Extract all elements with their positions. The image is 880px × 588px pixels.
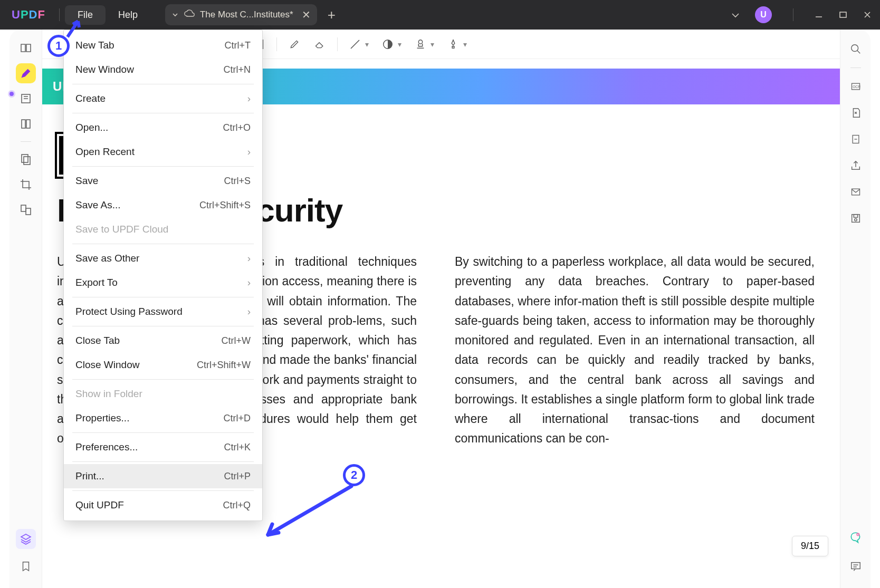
menu-separator — [72, 84, 254, 84]
file-menu: New TabCtrl+T New WindowCtrl+N Create› O… — [63, 30, 263, 521]
menu-new-tab[interactable]: New TabCtrl+T — [64, 33, 262, 57]
menu-separator — [72, 244, 254, 244]
user-avatar[interactable]: U — [755, 6, 772, 23]
left-sidebar — [9, 30, 42, 588]
eraser-icon[interactable] — [308, 34, 332, 55]
annotation-arrow-2 — [263, 484, 358, 542]
annotation-step-1: 1 — [47, 35, 70, 57]
close-icon[interactable] — [863, 11, 872, 19]
menu-separator — [72, 432, 254, 433]
svg-rect-4 — [22, 155, 28, 162]
tab-chevron-icon[interactable] — [171, 11, 179, 18]
svg-point-21 — [854, 218, 857, 221]
line-icon[interactable] — [343, 34, 367, 55]
svg-rect-5 — [24, 157, 30, 165]
shape-icon[interactable] — [376, 34, 400, 55]
menu-preferences[interactable]: Preferences...Ctrl+K — [64, 435, 262, 459]
pencil-icon[interactable] — [282, 34, 307, 55]
svg-text:OCR: OCR — [853, 85, 860, 89]
ocr-icon[interactable]: OCR — [846, 76, 866, 97]
svg-rect-23 — [851, 563, 860, 569]
ai-assistant-icon[interactable] — [846, 528, 866, 548]
comments-panel-icon[interactable] — [846, 556, 866, 576]
signature-icon[interactable] — [441, 34, 465, 55]
maximize-icon[interactable] — [839, 11, 847, 19]
menu-save-cloud: Save to UPDF Cloud — [64, 217, 262, 242]
dropdown-icon[interactable]: ▾ — [365, 40, 372, 49]
right-sidebar: OCR — [840, 30, 871, 588]
dropdown-icon[interactable]: ▾ — [398, 40, 405, 49]
cloud-icon — [184, 9, 195, 20]
edit-text-icon[interactable] — [16, 89, 36, 109]
email-icon[interactable] — [846, 182, 866, 202]
chevron-down-icon[interactable] — [731, 11, 739, 19]
stamp-icon[interactable] — [408, 34, 433, 55]
document-tab[interactable]: The Most C...Institutes* ✕ — [165, 4, 317, 25]
indicator-dot — [9, 92, 14, 96]
column-right: By switching to a paperless workplace, a… — [455, 252, 815, 449]
pages-icon[interactable] — [16, 114, 36, 134]
menu-separator — [72, 166, 254, 167]
sidebar-separator — [850, 68, 861, 68]
sidebar-separator — [21, 141, 31, 142]
menu-quit[interactable]: Quit UPDFCtrl+Q — [64, 493, 262, 517]
menu-open-recent[interactable]: Open Recent› — [64, 140, 262, 164]
menu-separator — [72, 297, 254, 297]
compress-icon[interactable] — [846, 129, 866, 149]
svg-rect-20 — [854, 215, 857, 218]
organize-icon[interactable] — [16, 149, 36, 169]
menu-protect[interactable]: Protect Using Password› — [64, 300, 262, 324]
highlight-tool-icon[interactable] — [16, 63, 36, 83]
layers-icon[interactable] — [16, 529, 36, 549]
menu-separator — [72, 461, 254, 462]
bookmark-icon[interactable] — [16, 556, 36, 576]
menu-help[interactable]: Help — [106, 5, 150, 25]
tab-title: The Most C...Institutes* — [200, 9, 293, 20]
new-tab-button[interactable]: + — [328, 7, 336, 23]
menu-separator — [72, 490, 254, 491]
svg-rect-7 — [26, 208, 31, 215]
menu-print[interactable]: Print...Ctrl+P — [64, 464, 262, 488]
search-icon[interactable] — [846, 39, 866, 59]
dropdown-icon[interactable]: ▾ — [431, 40, 438, 49]
svg-rect-0 — [840, 12, 846, 17]
menu-properties[interactable]: Properties...Ctrl+D — [64, 406, 262, 430]
divider — [59, 8, 60, 21]
dropdown-icon[interactable]: ▾ — [463, 40, 471, 49]
menu-save-other[interactable]: Save as Other› — [64, 246, 262, 271]
save-icon[interactable] — [846, 208, 866, 228]
menu-create[interactable]: Create› — [64, 86, 262, 111]
svg-point-22 — [857, 533, 859, 535]
menu-save[interactable]: SaveCtrl+S — [64, 169, 262, 193]
convert-icon[interactable] — [846, 103, 866, 123]
separator — [276, 37, 277, 51]
separator — [337, 37, 338, 51]
reader-mode-icon[interactable] — [16, 38, 36, 58]
page-counter[interactable]: 9/15 — [792, 536, 828, 556]
svg-rect-2 — [22, 120, 25, 128]
menu-open[interactable]: Open...Ctrl+O — [64, 115, 262, 140]
compare-icon[interactable] — [16, 200, 36, 220]
window-controls: U — [731, 6, 872, 23]
title-bar: UPDF File Help The Most C...Institutes* … — [0, 0, 880, 30]
menu-show-folder: Show in Folder — [64, 382, 262, 406]
divider — [793, 8, 793, 21]
minimize-icon[interactable] — [815, 11, 823, 19]
svg-rect-6 — [21, 205, 26, 211]
menu-separator — [72, 379, 254, 380]
menu-save-as[interactable]: Save As...Ctrl+Shift+S — [64, 193, 262, 217]
menu-new-window[interactable]: New WindowCtrl+N — [64, 57, 262, 82]
crop-icon[interactable] — [16, 175, 36, 195]
annotation-step-2: 2 — [343, 464, 365, 486]
menu-separator — [72, 326, 254, 326]
svg-rect-3 — [26, 120, 30, 128]
menu-separator — [72, 113, 254, 113]
menu-close-tab[interactable]: Close TabCtrl+W — [64, 329, 262, 353]
app-logo: UPDF — [12, 8, 45, 22]
menu-export[interactable]: Export To› — [64, 271, 262, 295]
share-icon[interactable] — [846, 156, 866, 176]
menu-close-window[interactable]: Close WindowCtrl+Shift+W — [64, 353, 262, 377]
svg-point-13 — [418, 40, 422, 43]
tab-close-icon[interactable]: ✕ — [302, 8, 311, 21]
svg-point-14 — [851, 45, 858, 52]
